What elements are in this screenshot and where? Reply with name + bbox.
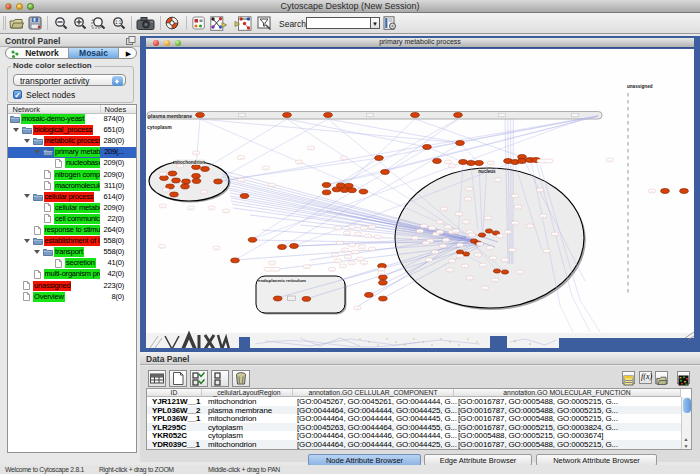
svg-text:....: .... [464, 265, 467, 268]
svg-text:....: .... [477, 254, 480, 257]
svg-text:....: .... [447, 161, 450, 164]
svg-text:cytoplasm: cytoplasm [147, 124, 172, 130]
svg-text:....: .... [554, 233, 557, 236]
svg-text:....: .... [271, 268, 274, 271]
svg-text:....: .... [343, 157, 346, 160]
svg-text:....: .... [469, 277, 472, 280]
svg-text:....: .... [331, 269, 334, 272]
svg-text:....: .... [347, 256, 350, 259]
svg-text:....: .... [542, 215, 545, 218]
svg-text:....: .... [271, 262, 274, 265]
svg-text:....: .... [609, 159, 612, 162]
svg-text:....: .... [361, 246, 364, 249]
svg-text:....: .... [305, 266, 308, 269]
svg-text:....: .... [298, 161, 301, 164]
svg-text:1:1: 1:1 [115, 20, 122, 25]
svg-text:....: .... [371, 226, 374, 229]
svg-text:....: .... [479, 243, 482, 246]
svg-text:....: .... [529, 225, 532, 228]
svg-text:....: .... [215, 247, 218, 250]
svg-text:....: .... [459, 255, 462, 258]
svg-text:....: .... [451, 260, 454, 263]
svg-text:unassigned: unassigned [627, 84, 653, 89]
svg-text:....: .... [310, 147, 313, 150]
svg-text:....: .... [489, 247, 492, 250]
svg-text:....: .... [271, 184, 274, 187]
svg-text:....: .... [451, 165, 454, 168]
svg-text:....: .... [195, 152, 198, 155]
svg-text:....: .... [161, 246, 164, 249]
svg-text:....: .... [342, 265, 345, 268]
svg-text:....: .... [468, 188, 471, 191]
svg-text:....: .... [354, 251, 357, 254]
svg-text:....: .... [363, 262, 366, 265]
svg-text:....: .... [544, 160, 547, 163]
svg-text:....: .... [467, 198, 470, 201]
svg-text:....: .... [442, 245, 445, 248]
svg-text:....: .... [162, 205, 165, 208]
svg-text:....: .... [346, 232, 349, 235]
svg-text:....: .... [162, 173, 165, 176]
svg-text:....: .... [414, 237, 417, 240]
svg-text:....: .... [363, 227, 366, 230]
svg-text:....: .... [507, 231, 510, 234]
svg-text:....: .... [492, 257, 495, 260]
svg-text:....: .... [484, 287, 487, 290]
svg-text:....: .... [419, 230, 422, 233]
svg-text:endoplasmic reticulum: endoplasmic reticulum [258, 278, 306, 283]
svg-text:....: .... [337, 227, 340, 230]
svg-text:....: .... [487, 217, 490, 220]
svg-text:plasma membrane: plasma membrane [148, 113, 192, 119]
svg-text:....: .... [504, 259, 507, 262]
svg-text:nucleus: nucleus [478, 169, 496, 174]
svg-text:....: .... [203, 191, 206, 194]
svg-text:....: .... [490, 162, 493, 165]
svg-text:....: .... [371, 248, 374, 251]
svg-text:....: .... [190, 207, 193, 210]
svg-text:....: .... [499, 235, 502, 238]
svg-text:....: .... [240, 179, 243, 182]
svg-text:....: .... [351, 226, 354, 229]
svg-text:....: .... [431, 227, 434, 230]
svg-text:....: .... [471, 234, 474, 237]
svg-text:....: .... [443, 208, 446, 211]
svg-text:....: .... [356, 307, 359, 310]
svg-text:....: .... [334, 254, 337, 257]
svg-text:....: .... [465, 221, 468, 224]
svg-text:....: .... [447, 226, 450, 229]
svg-text:....: .... [351, 262, 354, 265]
svg-text:....: .... [546, 250, 549, 253]
svg-text:....: .... [482, 264, 485, 267]
svg-text:....: .... [459, 244, 462, 247]
svg-text:....: .... [380, 272, 383, 275]
svg-text:....: .... [455, 230, 458, 233]
svg-text:....: .... [449, 269, 452, 272]
svg-text:....: .... [439, 231, 442, 234]
svg-text:....: .... [514, 222, 517, 225]
svg-text:....: .... [357, 233, 360, 236]
svg-text:....: .... [240, 157, 243, 160]
svg-text:....: .... [458, 213, 461, 216]
svg-text:....: .... [517, 206, 520, 209]
svg-text:....: .... [210, 207, 213, 210]
svg-text:....: .... [434, 251, 437, 254]
svg-text:....: .... [539, 189, 542, 192]
svg-text:....: .... [497, 179, 500, 182]
svg-text:....: .... [165, 189, 168, 192]
svg-text:....: .... [439, 221, 442, 224]
svg-text:....: .... [377, 236, 380, 239]
svg-text:....: .... [651, 190, 654, 193]
svg-text:....: .... [519, 271, 522, 274]
svg-text:....: .... [445, 239, 448, 242]
svg-text:....: .... [337, 260, 340, 263]
svg-text:....: .... [511, 249, 514, 252]
svg-text:....: .... [179, 165, 182, 168]
svg-text:....: .... [425, 242, 428, 245]
svg-text:....: .... [494, 279, 497, 282]
svg-text:....: .... [265, 167, 268, 170]
svg-text:....: .... [514, 195, 517, 198]
svg-text:....: .... [428, 259, 431, 262]
svg-text:....: .... [344, 249, 347, 252]
svg-text:....: .... [225, 210, 228, 213]
svg-text:....: .... [423, 225, 426, 228]
